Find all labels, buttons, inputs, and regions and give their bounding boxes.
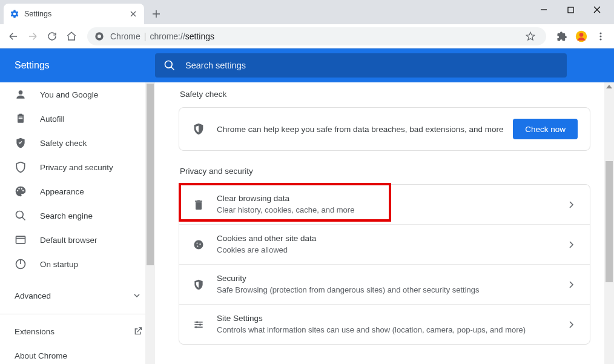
chevron-right-icon	[566, 279, 578, 291]
row-title: Clear browsing data	[217, 193, 566, 205]
row-subtitle: Cookies are allowed	[217, 245, 566, 256]
clipboard-icon	[15, 113, 27, 125]
sidebar-item-on-startup[interactable]: On startup	[0, 252, 155, 276]
svg-line-23	[22, 217, 25, 220]
svg-point-28	[194, 240, 203, 249]
sidebar-item-label: Search engine	[40, 211, 93, 220]
svg-point-15	[165, 61, 173, 68]
security-row[interactable]: Security Safe Browsing (protection from …	[179, 264, 590, 304]
chevron-right-icon	[566, 199, 578, 211]
sidebar-item-label: Appearance	[40, 187, 84, 196]
row-subtitle: Safe Browsing (protection from dangerous…	[217, 285, 566, 296]
search-placeholder: Search settings	[185, 61, 246, 70]
sidebar-item-search-engine[interactable]: Search engine	[0, 204, 155, 228]
check-now-button[interactable]: Check now	[513, 119, 578, 139]
section-title-safety: Safety check	[180, 90, 590, 99]
shield-icon	[15, 161, 27, 173]
svg-rect-21	[19, 118, 23, 119]
external-link-icon	[133, 326, 143, 336]
sidebar-about-link[interactable]: About Chrome	[0, 343, 155, 364]
omnibox-scheme: chrome://	[150, 31, 185, 41]
svg-point-9	[97, 35, 101, 38]
svg-line-16	[171, 67, 174, 70]
svg-point-14	[599, 38, 601, 40]
main-content: Safety check Chrome can help keep you sa…	[155, 82, 614, 364]
svg-point-13	[599, 35, 601, 37]
power-icon	[15, 258, 27, 270]
star-icon[interactable]	[522, 28, 539, 45]
forward-button[interactable]	[24, 28, 41, 45]
chrome-icon	[94, 31, 104, 41]
shield-icon	[191, 277, 206, 292]
about-label: About Chrome	[15, 351, 67, 360]
sidebar-advanced-toggle[interactable]: Advanced	[0, 282, 155, 309]
sidebar: You and Google Autofill Safety check Pri…	[0, 82, 155, 364]
svg-point-12	[599, 32, 601, 34]
sidebar-item-appearance[interactable]: Appearance	[0, 179, 155, 204]
search-input[interactable]: Search settings	[155, 53, 567, 78]
browser-icon	[15, 234, 27, 246]
menu-button[interactable]	[592, 28, 609, 45]
sidebar-item-privacy[interactable]: Privacy and security	[0, 155, 155, 179]
cookies-row[interactable]: Cookies and other site data Cookies are …	[179, 224, 590, 264]
advanced-label: Advanced	[15, 291, 51, 300]
row-title: Cookies and other site data	[217, 233, 566, 245]
sidebar-item-autofill[interactable]: Autofill	[0, 107, 155, 131]
toolbar: Chrome | chrome://settings	[0, 24, 614, 48]
browser-tab[interactable]: Settings	[4, 4, 144, 24]
address-bar[interactable]: Chrome | chrome://settings	[87, 27, 546, 45]
svg-point-29	[196, 242, 197, 243]
extensions-icon[interactable]	[553, 28, 570, 45]
svg-point-31	[197, 245, 198, 247]
close-tab-button[interactable]	[128, 9, 138, 19]
omnibox-prefix: Chrome	[110, 31, 140, 41]
gear-icon	[10, 9, 19, 19]
row-title: Site Settings	[217, 313, 566, 325]
section-title-privacy: Privacy and security	[180, 167, 590, 176]
new-tab-button[interactable]	[148, 5, 165, 22]
search-icon	[15, 210, 27, 222]
sidebar-scrollbar[interactable]	[145, 82, 155, 364]
sidebar-item-default-browser[interactable]: Default browser	[0, 228, 155, 252]
extensions-label: Extensions	[15, 327, 54, 336]
main-scrollbar[interactable]	[604, 82, 614, 364]
sidebar-item-label: You and Google	[40, 90, 98, 99]
svg-rect-1	[568, 7, 573, 13]
page-title: Settings	[15, 60, 155, 71]
close-window-button[interactable]	[591, 4, 603, 16]
sidebar-item-label: Default browser	[40, 236, 97, 245]
profile-icon[interactable]	[573, 28, 590, 45]
person-icon	[15, 88, 27, 101]
cookie-icon	[191, 237, 206, 252]
safety-check-text: Chrome can help keep you safe from data …	[217, 125, 513, 134]
tab-strip: Settings	[0, 0, 614, 24]
trash-icon	[191, 197, 206, 212]
clear-browsing-data-row[interactable]: Clear browsing data Clear history, cooki…	[179, 185, 590, 224]
omnibox-path: settings	[185, 31, 214, 41]
chevron-right-icon	[566, 239, 578, 251]
svg-point-22	[16, 211, 24, 219]
privacy-card: Clear browsing data Clear history, cooki…	[179, 184, 590, 345]
sidebar-extensions-link[interactable]: Extensions	[0, 319, 155, 343]
svg-point-35	[196, 321, 198, 323]
svg-point-11	[579, 33, 584, 37]
maximize-button[interactable]	[564, 4, 576, 16]
row-subtitle: Controls what information sites can use …	[217, 325, 566, 336]
chevron-down-icon	[133, 292, 140, 299]
sidebar-item-safety-check[interactable]: Safety check	[0, 131, 155, 155]
search-icon	[163, 59, 176, 71]
chevron-right-icon	[566, 319, 578, 331]
reload-button[interactable]	[44, 28, 61, 45]
sidebar-item-label: On startup	[40, 260, 78, 269]
home-button[interactable]	[63, 28, 80, 45]
svg-point-37	[195, 326, 197, 328]
svg-point-36	[199, 323, 201, 325]
sidebar-item-you-and-google[interactable]: You and Google	[0, 82, 155, 107]
svg-rect-24	[16, 236, 25, 243]
sliders-icon	[191, 317, 206, 332]
back-button[interactable]	[5, 28, 22, 45]
minimize-button[interactable]	[538, 4, 550, 16]
safety-check-card: Chrome can help keep you safe from data …	[179, 107, 590, 151]
site-settings-row[interactable]: Site Settings Controls what information …	[179, 304, 590, 344]
svg-point-30	[199, 243, 200, 245]
